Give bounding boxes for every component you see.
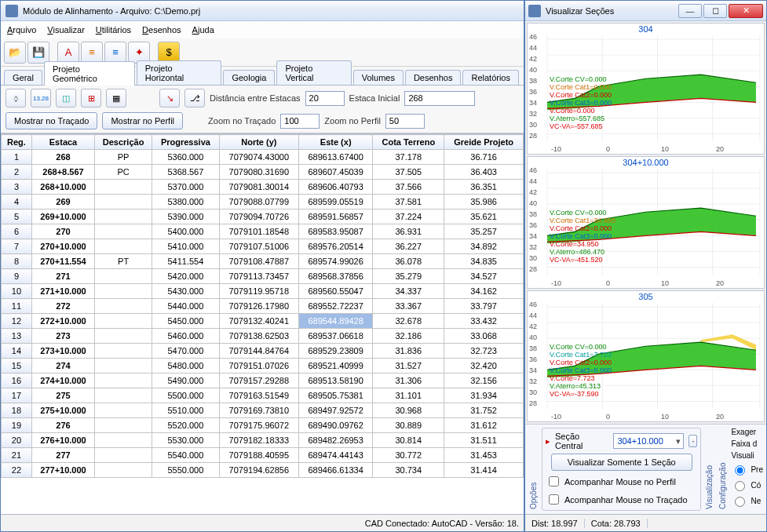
cell-ny[interactable]: 7079094.70726	[219, 210, 298, 224]
cell-gp[interactable]: 33.068	[444, 329, 524, 344]
section-chart[interactable]: 305 46444240383634323028-1001020V.Corte …	[527, 290, 765, 422]
cell-prog[interactable]: 5370.000	[152, 180, 219, 195]
cell-desc[interactable]	[95, 463, 152, 478]
cell-desc[interactable]	[95, 403, 152, 418]
table-row[interactable]: 5269+10.0005390.0007079094.70726689591.5…	[2, 210, 524, 224]
cell-ct[interactable]: 35.279	[373, 269, 444, 284]
table-row[interactable]: 152745480.0007079151.07026689521.4099931…	[2, 359, 524, 373]
cell-n[interactable]: 17	[2, 388, 32, 403]
menu-utilitarios[interactable]: Utilitários	[96, 25, 131, 35]
mini-btn-1[interactable]: ⎀	[5, 89, 26, 107]
section-chart[interactable]: 304 46444240383634323028-1001020V.Corte …	[527, 23, 765, 155]
cell-est[interactable]: 277+10.000	[31, 463, 94, 478]
zoom-tracado-input[interactable]	[280, 114, 320, 129]
cell-n[interactable]: 7	[2, 239, 32, 254]
cell-ny[interactable]: 7079194.62856	[219, 463, 298, 478]
cell-desc[interactable]	[95, 299, 152, 314]
tab-projeto-vertical[interactable]: Projeto Vertical	[276, 60, 351, 85]
data-grid[interactable]: Reg.EstacaDescriçãoProgressivaNorte (y)E…	[1, 133, 524, 514]
cell-desc[interactable]	[95, 329, 152, 344]
cell-ct[interactable]: 30.772	[373, 448, 444, 463]
minimize-button[interactable]: —	[678, 4, 702, 18]
cell-gp[interactable]: 31.414	[444, 463, 524, 478]
radio-co[interactable]: Có	[731, 479, 763, 491]
tab-projeto-horizontal[interactable]: Projeto Horizontal	[137, 60, 222, 85]
cell-gp[interactable]: 35.986	[444, 195, 524, 210]
cell-n[interactable]: 14	[2, 344, 32, 359]
cell-ex[interactable]: 689613.67400	[299, 150, 373, 165]
cell-gp[interactable]: 34.835	[444, 254, 524, 269]
table-row[interactable]: 22277+10.0005550.0007079194.62856689466.…	[2, 463, 524, 478]
table-row[interactable]: 172755500.0007079163.51549689505.7538131…	[2, 388, 524, 403]
menu-visualizar[interactable]: Visualizar	[47, 25, 85, 35]
table-row[interactable]: 3268+10.0005370.0007079081.30014689606.4…	[2, 180, 524, 195]
cell-desc[interactable]: PP	[95, 150, 152, 165]
cell-desc[interactable]: PT	[95, 254, 152, 269]
cell-est[interactable]: 277	[31, 448, 94, 463]
cell-prog[interactable]: 5510.000	[152, 403, 219, 418]
cell-n[interactable]: 8	[2, 254, 32, 269]
cell-ex[interactable]: 689490.09762	[299, 418, 373, 433]
cell-prog[interactable]: 5490.000	[152, 373, 219, 388]
cell-n[interactable]: 22	[2, 463, 32, 478]
table-row[interactable]: 20276+10.0005530.0007079182.18333689482.…	[2, 433, 524, 448]
cell-prog[interactable]: 5500.000	[152, 388, 219, 403]
table-row[interactable]: 12272+10.0005450.0007079132.40241689544.…	[2, 314, 524, 329]
cell-est[interactable]: 271+10.000	[31, 284, 94, 299]
column-header[interactable]: Descrição	[95, 135, 152, 150]
cell-est[interactable]: 270+11.554	[31, 254, 94, 269]
cell-gp[interactable]: 33.797	[444, 299, 524, 314]
tab-desenhos[interactable]: Desenhos	[405, 70, 462, 85]
acomp-tracado-checkbox[interactable]	[549, 494, 559, 505]
cell-est[interactable]: 276+10.000	[31, 433, 94, 448]
maximize-button[interactable]: ◻	[703, 4, 727, 18]
table-row[interactable]: 16274+10.0005490.0007079157.29288689513.…	[2, 373, 524, 388]
cell-gp[interactable]: 36.403	[444, 165, 524, 180]
cell-desc[interactable]	[95, 239, 152, 254]
cell-ny[interactable]: 7079113.73457	[219, 269, 298, 284]
tab-projeto-geometrico[interactable]: Projeto Geométrico	[44, 61, 135, 86]
menu-ajuda[interactable]: Ajuda	[192, 25, 214, 35]
cell-est[interactable]: 273	[31, 329, 94, 344]
cell-desc[interactable]	[95, 388, 152, 403]
cell-gp[interactable]: 35.621	[444, 210, 524, 224]
cell-est[interactable]: 276	[31, 418, 94, 433]
estaca-inicial-input[interactable]	[404, 91, 475, 106]
mini-btn-4[interactable]: ⊞	[81, 89, 101, 107]
cell-gp[interactable]: 31.612	[444, 418, 524, 433]
cell-ex[interactable]: 689606.40793	[299, 180, 373, 195]
cell-desc[interactable]	[95, 418, 152, 433]
cell-ex[interactable]: 689552.72237	[299, 299, 373, 314]
cell-est[interactable]: 270	[31, 224, 94, 239]
save-button[interactable]: 💾	[27, 42, 49, 64]
cell-ex[interactable]: 689576.20514	[299, 239, 373, 254]
acomp-perfil-checkbox[interactable]	[549, 476, 559, 486]
cell-est[interactable]: 275	[31, 388, 94, 403]
cell-prog[interactable]: 5520.000	[152, 418, 219, 433]
mini-btn-7[interactable]: ⎇	[184, 89, 205, 107]
cell-est[interactable]: 268+8.567	[31, 165, 94, 180]
cell-ct[interactable]: 31.101	[373, 388, 444, 403]
cell-ct[interactable]: 30.814	[373, 433, 444, 448]
cell-ct[interactable]: 32.678	[373, 314, 444, 329]
mini-btn-2[interactable]: 13.28	[31, 89, 51, 107]
cell-ny[interactable]: 7079108.47887	[219, 254, 298, 269]
mini-btn-5[interactable]: ▦	[106, 89, 126, 107]
open-button[interactable]: 📂	[4, 42, 26, 64]
cell-ny[interactable]: 7079074.43000	[219, 150, 298, 165]
cell-est[interactable]: 269+10.000	[31, 210, 94, 224]
cell-prog[interactable]: 5380.000	[152, 195, 219, 210]
cell-prog[interactable]: 5540.000	[152, 448, 219, 463]
cell-gp[interactable]: 33.432	[444, 314, 524, 329]
cell-est[interactable]: 270+10.000	[31, 239, 94, 254]
tab-relatorios[interactable]: Relatórios	[462, 70, 519, 85]
cell-n[interactable]: 16	[2, 373, 32, 388]
cell-ny[interactable]: 7079188.40595	[219, 448, 298, 463]
cell-desc[interactable]	[95, 224, 152, 239]
cell-gp[interactable]: 31.752	[444, 403, 524, 418]
cell-desc[interactable]: PC	[95, 165, 152, 180]
acomp-perfil-check[interactable]: Acompanhar Mouse no Perfil	[546, 474, 697, 489]
cell-prog[interactable]: 5440.000	[152, 299, 219, 314]
cell-ct[interactable]: 31.306	[373, 373, 444, 388]
cell-prog[interactable]: 5460.000	[152, 329, 219, 344]
